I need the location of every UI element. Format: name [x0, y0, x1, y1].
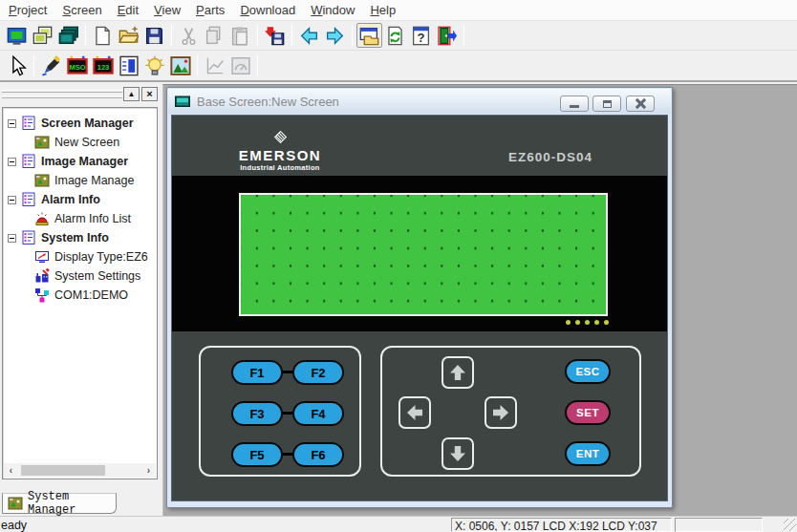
key-right: [485, 396, 517, 429]
alarm-icon: [34, 211, 50, 226]
download-button[interactable]: [262, 23, 288, 48]
screen-manager-button[interactable]: [4, 23, 30, 48]
window-title-bar[interactable]: Base Screen:New Screen: [168, 89, 671, 114]
menu-parts[interactable]: Parts: [188, 0, 232, 20]
menu-view[interactable]: View: [146, 0, 188, 20]
project-tree: Screen Manager New Screen Image Manager …: [2, 107, 158, 479]
toggle-panel-button[interactable]: [356, 23, 382, 48]
emerson-logo-mark-icon: [273, 131, 288, 143]
lcd-canvas[interactable]: [239, 193, 608, 316]
panel-grip[interactable]: [2, 90, 122, 93]
collapse-toggle-icon[interactable]: [8, 158, 16, 166]
tree-item-label: Image Manage: [54, 174, 134, 187]
menu-screen[interactable]: Screen: [54, 0, 109, 20]
close-button[interactable]: [626, 96, 655, 112]
minimize-button[interactable]: [560, 96, 589, 112]
toolbar-separator: [85, 25, 86, 46]
lamp-button[interactable]: [141, 53, 167, 78]
numeric-display-button[interactable]: 123: [90, 53, 116, 78]
copy-screen-button[interactable]: [30, 23, 55, 48]
tree-item-label: Alarm Info List: [54, 212, 131, 225]
right-arrow-icon: [491, 403, 510, 422]
exit-button[interactable]: [434, 23, 460, 48]
minimize-icon: [570, 105, 579, 108]
resize-grip[interactable]: [784, 519, 796, 531]
model-label: EZ600-DS04: [508, 150, 592, 164]
forward-button[interactable]: [322, 23, 348, 48]
all-screens-button[interactable]: [55, 23, 81, 48]
mso-glyph: MSO: [69, 63, 85, 72]
system-manager-panel: ▲ × Screen Manager New Screen Image Mana…: [0, 84, 162, 516]
text-tool-button[interactable]: [38, 53, 64, 78]
help-glyph: ?: [417, 31, 424, 45]
help-button[interactable]: ?: [408, 23, 434, 48]
menu-project[interactable]: Project: [1, 0, 54, 20]
meter-icon: [230, 55, 251, 76]
open-project-button[interactable]: [116, 23, 141, 48]
numeric-display-icon: 123: [93, 55, 114, 76]
com-port-icon: [34, 287, 50, 303]
back-arrow-icon: [299, 26, 319, 46]
tree-item-system-info[interactable]: System Info: [3, 228, 157, 247]
panel-collapse-button[interactable]: ▲: [123, 87, 140, 101]
panel-grip[interactable]: [2, 96, 122, 98]
menu-edit[interactable]: Edit: [110, 0, 146, 20]
panel-close-button[interactable]: ×: [141, 87, 158, 101]
cut-button[interactable]: [176, 23, 202, 48]
tree-item-display-type[interactable]: Display Type:EZ6: [3, 247, 157, 266]
tree-horizontal-scrollbar[interactable]: ‹ ›: [4, 463, 156, 478]
line-graph-button[interactable]: [202, 53, 227, 78]
window-title: Base Screen:New Screen: [197, 95, 339, 109]
paste-button[interactable]: [227, 23, 253, 48]
open-folder-icon: [118, 26, 139, 46]
refresh-button[interactable]: [382, 23, 408, 48]
collapse-toggle-icon[interactable]: [8, 234, 16, 243]
meter-button[interactable]: [227, 53, 253, 78]
tree-item-alarm-info[interactable]: Alarm Info: [3, 190, 157, 209]
menu-window[interactable]: Window: [303, 0, 362, 20]
pointer-icon: [7, 55, 28, 76]
tree-item-system-settings[interactable]: System Settings: [3, 266, 157, 286]
save-project-button[interactable]: [141, 23, 167, 48]
scrollbar-thumb[interactable]: [21, 465, 105, 476]
select-pointer-button[interactable]: [4, 53, 30, 78]
key-up: [442, 356, 474, 389]
image-part-button[interactable]: [167, 53, 193, 78]
status-coordinates: X: 0506, Y: 0157 LCD X:192 LCD Y:037: [451, 518, 672, 532]
tree-item-image-manager[interactable]: Image Manager: [3, 152, 157, 171]
status-ready-text: eady: [1, 519, 27, 532]
bar-graph-button[interactable]: [116, 53, 141, 78]
message-display-button[interactable]: MSO: [64, 53, 90, 78]
toolbar-separator: [463, 25, 464, 46]
window-screen-icon: [175, 96, 190, 108]
scroll-right-icon[interactable]: ›: [141, 463, 156, 478]
pen-icon: [41, 55, 62, 76]
led: [575, 320, 580, 325]
lcd-bezel: [172, 176, 668, 331]
maximize-button[interactable]: [592, 96, 621, 112]
key-down: [442, 437, 474, 470]
collapse-toggle-icon[interactable]: [8, 119, 16, 128]
tree-item-alarm-info-list[interactable]: Alarm Info List: [3, 209, 157, 228]
tab-label: System Manager: [28, 490, 111, 517]
tree-item-screen-manager[interactable]: Screen Manager: [3, 114, 157, 133]
collapse-toggle-icon[interactable]: [8, 196, 16, 204]
screen-thumbnail-icon: [34, 135, 50, 150]
tab-system-manager[interactable]: System Manager: [2, 493, 117, 514]
all-screens-icon: [58, 26, 78, 46]
led: [604, 320, 609, 325]
back-button[interactable]: [296, 23, 322, 48]
manager-icon: [21, 116, 36, 131]
panel-toggle-icon: [359, 26, 379, 46]
key-f4: F4: [292, 401, 344, 426]
menu-help[interactable]: Help: [362, 0, 403, 20]
scroll-left-icon[interactable]: ‹: [4, 463, 18, 478]
tree-item-new-screen[interactable]: New Screen: [3, 133, 157, 152]
tree-item-com1[interactable]: COM1:DEMO: [3, 286, 157, 305]
key-esc: ESC: [565, 359, 611, 384]
led: [585, 320, 590, 325]
tree-item-image-manage[interactable]: Image Manage: [3, 171, 157, 190]
menu-download[interactable]: Download: [232, 0, 303, 20]
new-project-button[interactable]: [90, 23, 116, 48]
copy-button[interactable]: [202, 23, 227, 48]
